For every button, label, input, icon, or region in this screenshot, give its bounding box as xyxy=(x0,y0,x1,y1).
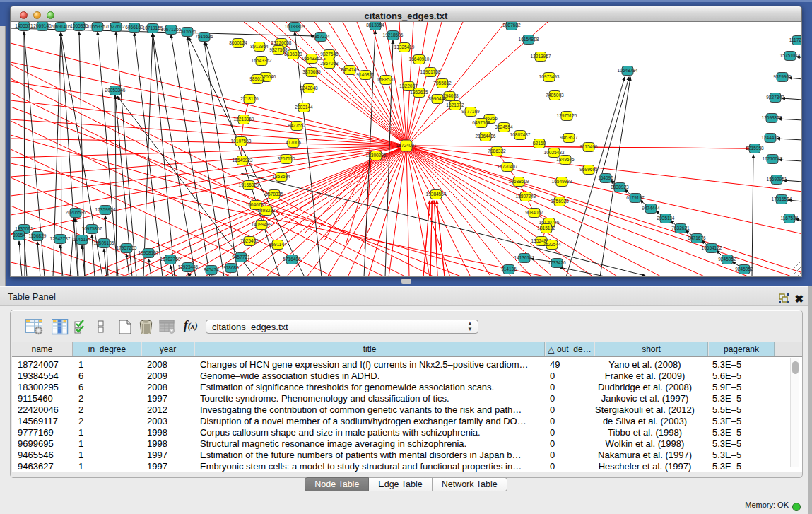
svg-text:16549923: 16549923 xyxy=(233,158,253,163)
svg-text:62160: 62160 xyxy=(533,141,546,146)
svg-text:1405571: 1405571 xyxy=(15,23,33,28)
svg-text:16543362: 16543362 xyxy=(252,58,272,63)
svg-text:16154808: 16154808 xyxy=(519,37,539,42)
svg-text:6466160: 6466160 xyxy=(125,25,143,30)
svg-text:845474: 845474 xyxy=(204,267,219,272)
svg-text:9777169: 9777169 xyxy=(461,109,480,114)
svg-text:12213967: 12213967 xyxy=(531,54,551,59)
svg-text:12975125: 12975125 xyxy=(557,113,577,118)
svg-text:39154: 39154 xyxy=(13,233,25,238)
svg-text:914136: 914136 xyxy=(501,267,517,271)
svg-text:9227342: 9227342 xyxy=(766,95,784,100)
svg-text:2867058: 2867058 xyxy=(320,61,339,66)
svg-text:19384554: 19384554 xyxy=(426,192,447,197)
svg-text:989612: 989612 xyxy=(249,76,265,81)
svg-text:18807249: 18807249 xyxy=(516,194,536,199)
svg-text:8454749: 8454749 xyxy=(341,67,359,72)
svg-text:3267110: 3267110 xyxy=(278,156,295,161)
svg-text:1756928: 1756928 xyxy=(551,199,569,204)
svg-text:2718176: 2718176 xyxy=(240,96,259,101)
svg-text:2522544: 2522544 xyxy=(543,242,561,247)
svg-text:8427552: 8427552 xyxy=(288,123,306,128)
svg-text:20206536: 20206536 xyxy=(66,210,86,215)
svg-text:10973493: 10973493 xyxy=(539,74,560,79)
svg-text:7625402: 7625402 xyxy=(240,238,259,243)
svg-text:21364436: 21364436 xyxy=(476,134,496,139)
svg-text:1691144: 1691144 xyxy=(269,242,287,247)
svg-text:12093823: 12093823 xyxy=(762,115,782,120)
svg-text:5716485: 5716485 xyxy=(283,257,301,262)
svg-text:9327546: 9327546 xyxy=(320,52,339,57)
svg-text:12505135: 12505135 xyxy=(94,240,114,245)
svg-text:19166829: 19166829 xyxy=(239,182,259,187)
svg-text:14099489: 14099489 xyxy=(252,222,272,227)
svg-text:164095: 164095 xyxy=(598,175,613,180)
svg-text:1117205: 1117205 xyxy=(789,37,802,42)
svg-text:1322037: 1322037 xyxy=(399,83,418,88)
svg-text:10958167: 10958167 xyxy=(139,250,159,255)
svg-text:5498222: 5498222 xyxy=(257,208,276,213)
svg-text:9699695: 9699695 xyxy=(579,167,598,172)
svg-text:1167534: 1167534 xyxy=(781,216,799,221)
svg-text:16210643: 16210643 xyxy=(763,156,783,161)
svg-text:8660124: 8660124 xyxy=(229,40,247,45)
svg-text:1353594: 1353594 xyxy=(272,174,290,179)
svg-text:2935114: 2935114 xyxy=(657,216,675,221)
svg-text:6179197: 6179197 xyxy=(626,195,645,200)
svg-text:16782759: 16782759 xyxy=(160,257,181,262)
svg-text:9084067: 9084067 xyxy=(525,210,543,215)
svg-text:978680: 978680 xyxy=(223,265,239,270)
svg-text:15751074: 15751074 xyxy=(780,53,801,58)
svg-text:1815132: 1815132 xyxy=(537,226,555,230)
svg-text:20691406: 20691406 xyxy=(51,24,71,29)
svg-text:8186328: 8186328 xyxy=(284,52,302,57)
svg-text:1244415: 1244415 xyxy=(761,135,779,140)
svg-text:10688609: 10688609 xyxy=(509,179,529,184)
svg-text:9463627: 9463627 xyxy=(560,135,578,140)
svg-text:8938923: 8938923 xyxy=(611,185,629,189)
svg-text:1588520: 1588520 xyxy=(377,77,395,82)
svg-text:10648784: 10648784 xyxy=(618,68,638,73)
svg-text:17016534: 17016534 xyxy=(772,197,792,201)
svg-text:10025433: 10025433 xyxy=(544,150,565,155)
svg-text:12923446: 12923446 xyxy=(178,264,199,269)
svg-text:1621072: 1621072 xyxy=(446,103,464,107)
svg-text:7515526: 7515526 xyxy=(195,34,213,39)
svg-text:10975867: 10975867 xyxy=(82,226,102,231)
svg-text:8813054: 8813054 xyxy=(366,23,384,28)
svg-text:5578335: 5578335 xyxy=(265,192,283,197)
svg-text:16640910: 16640910 xyxy=(409,57,430,62)
svg-text:10654122: 10654122 xyxy=(702,245,722,250)
svg-text:7632621: 7632621 xyxy=(671,226,690,230)
svg-text:16961758: 16961758 xyxy=(420,69,441,74)
svg-text:1733426: 1733426 xyxy=(548,260,566,265)
svg-text:12942737: 12942737 xyxy=(50,236,71,241)
svg-text:15692951: 15692951 xyxy=(767,177,787,182)
svg-text:8912954: 8912954 xyxy=(250,44,269,49)
svg-text:2087682: 2087682 xyxy=(502,23,521,28)
svg-text:19218506: 19218506 xyxy=(383,33,404,37)
svg-text:13325419: 13325419 xyxy=(394,45,415,49)
svg-text:12213369: 12213369 xyxy=(234,117,254,122)
svg-text:3624554: 3624554 xyxy=(495,124,513,129)
svg-text:16033809: 16033809 xyxy=(285,24,305,29)
svg-text:1849575: 1849575 xyxy=(556,157,575,162)
svg-text:7357224: 7357224 xyxy=(312,34,330,39)
svg-text:7515526: 7515526 xyxy=(178,29,196,34)
svg-text:2069140: 2069140 xyxy=(33,23,52,28)
svg-text:1145194: 1145194 xyxy=(73,237,91,242)
svg-text:7986322: 7986322 xyxy=(488,148,506,153)
svg-text:10653357: 10653357 xyxy=(88,24,108,29)
svg-text:20053346: 20053346 xyxy=(105,88,126,93)
svg-text:10719155: 10719155 xyxy=(143,25,163,30)
svg-text:9245052: 9245052 xyxy=(718,257,736,262)
svg-text:9329965: 9329965 xyxy=(773,74,792,79)
svg-text:1065335: 1065335 xyxy=(70,23,88,28)
svg-text:16543362: 16543362 xyxy=(302,56,322,61)
svg-text:8215958: 8215958 xyxy=(746,146,764,151)
svg-text:16549923: 16549923 xyxy=(552,179,572,184)
svg-text:417006: 417006 xyxy=(286,140,301,145)
svg-text:9245052: 9245052 xyxy=(735,267,753,271)
svg-text:7955812: 7955812 xyxy=(433,81,452,86)
svg-text:7485003: 7485003 xyxy=(546,93,564,98)
